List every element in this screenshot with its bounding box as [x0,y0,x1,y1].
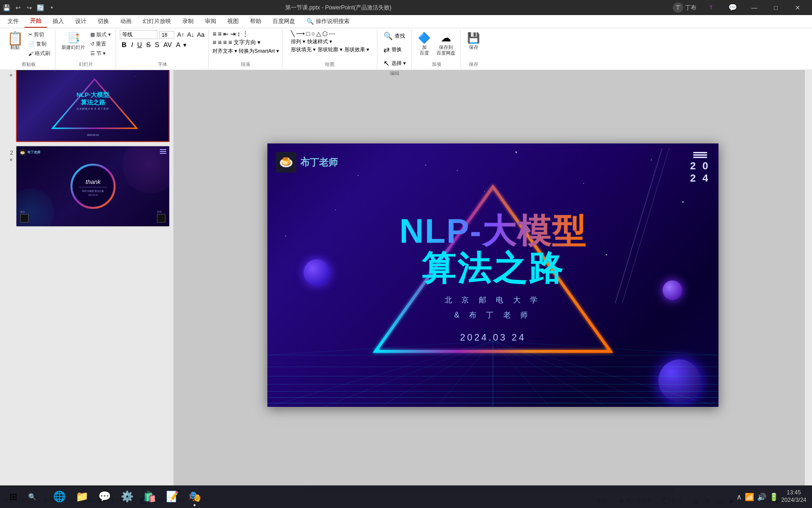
vertical-scrollbar[interactable]: ▲ ▼ [804,57,812,493]
tab-record[interactable]: 录制 [177,15,199,28]
shape-outline-button[interactable]: 形状轮廓 ▾ [318,46,343,53]
shape-fill-button[interactable]: 形状填充 ▾ [291,46,316,53]
font-name-input[interactable]: 等线 [120,30,157,39]
align-right-button[interactable]: ≡ [223,39,227,47]
shape-effects-button[interactable]: 形状效果 ▾ [344,46,369,53]
new-slide-button[interactable]: 📑 新建幻灯片 [59,30,87,52]
tab-search[interactable]: 🔍操作说明搜索 [301,15,355,28]
taskbar-edge[interactable]: 🌐 [49,486,70,507]
tab-transitions[interactable]: 切换 [92,15,115,28]
bullets-button[interactable]: ≡ [212,30,216,38]
maximize-button[interactable]: □ [765,0,787,15]
undo-icon[interactable]: ↩ [13,3,23,12]
bold-button[interactable]: B [120,40,128,49]
tab-home[interactable]: 开始 [24,15,47,28]
format-painter-button[interactable]: 🖌 格式刷 [26,49,52,58]
slide-thumb-2[interactable]: 2 ★ 🍮 布丁老师 [4,146,170,227]
teams-icon[interactable]: T [700,0,722,15]
align-center-button[interactable]: ≡ [218,39,221,47]
taskbar-explorer[interactable]: 📁 [71,486,92,507]
align-left-button[interactable]: ≡ [212,39,216,47]
convert-smartart-button[interactable]: 转换为SmartArt ▾ [239,48,279,55]
slide-thumb-1[interactable]: 1 ★ 🍮 布丁老师 [4,61,170,142]
close-button[interactable]: ✕ [787,0,808,15]
tray-battery[interactable]: 🔋 [769,492,779,501]
slide-panel[interactable]: 1 ★ 🍮 布丁老师 [0,57,174,493]
taskbar-store[interactable]: 🛍️ [139,486,160,507]
tab-review[interactable]: 审阅 [199,15,222,28]
shape-6[interactable]: ⬡ [322,30,328,37]
slide-thumbnail-2[interactable]: 🍮 布丁老师 [16,146,170,227]
auto-save-icon[interactable]: 🔄 [36,3,45,12]
tray-clock[interactable]: 13:45 2024/3/24 [781,489,806,504]
customize-icon[interactable]: ▾ [47,3,56,12]
layout-button[interactable]: ▦ 版式 ▾ [88,30,113,39]
shape-7[interactable]: ⋯ [329,30,335,37]
minimize-button[interactable]: — [743,0,765,15]
font-color-button[interactable]: A [174,40,181,49]
add-baidu-button[interactable]: 🔷 加百度 [415,30,433,57]
tab-animations[interactable]: 动画 [115,15,137,28]
main-slide[interactable]: 🍮 布丁老师 2 0 2 4 [267,143,718,407]
tab-insert[interactable]: 插入 [47,15,70,28]
numbering-button[interactable]: ≡ [218,30,221,38]
taskbar-notes[interactable]: 📝 [162,486,182,507]
canvas-area[interactable]: ▲ ▼ 🍮 [174,57,812,493]
char-spacing-button[interactable]: AV [162,40,173,49]
clear-format-button[interactable]: Aa [196,31,205,39]
replace-button[interactable]: ⇄替换 [381,44,404,56]
tab-help[interactable]: 帮助 [244,15,267,28]
reset-button[interactable]: ↺ 重置 [88,40,113,48]
redo-icon[interactable]: ↪ [24,3,34,12]
underline-button[interactable]: U [136,40,143,49]
year-line-2 [693,154,707,156]
shape-1[interactable]: ╲ [291,30,295,37]
columns-button[interactable]: ⋮ [242,30,249,38]
font-size-input[interactable]: 18 [159,31,174,39]
indent-less-button[interactable]: ⇤ [223,30,229,38]
shape-3[interactable]: □ [306,30,310,37]
save-baidu-button[interactable]: ☁ 保存到百度网盘 [434,30,458,57]
font-color-dropdown[interactable]: ▾ [183,41,187,48]
align-text-button[interactable]: 对齐文本 ▾ [212,48,237,55]
text-direction-button[interactable]: 文字方向 ▾ [234,39,260,47]
tab-file[interactable]: 文件 [2,15,24,28]
shape-2[interactable]: ⟶ [296,30,305,37]
section-button[interactable]: ☰ 节 ▾ [88,49,113,58]
windows-start-button[interactable]: ⊞ [6,489,21,504]
search-button[interactable]: 🔍 [24,489,39,504]
tab-slideshow[interactable]: 幻灯片放映 [137,15,177,28]
tray-speaker[interactable]: 🔊 [757,492,766,501]
tab-baidu[interactable]: 百度网盘 [267,15,301,28]
tab-design[interactable]: 设计 [70,15,92,28]
select-button[interactable]: ↖选择 ▾ [381,57,408,69]
font-size-down-button[interactable]: A↓ [186,31,195,39]
shape-5[interactable]: △ [316,30,321,37]
line-spacing-button[interactable]: ↕ [237,30,241,38]
slide-thumbnail-1[interactable]: 🍮 布丁老师 [16,61,170,142]
taskbar-wechat[interactable]: 💬 [94,486,115,507]
italic-button[interactable]: I [130,40,134,49]
paste-button[interactable]: 📋 粘贴 [5,30,25,52]
shape-4[interactable]: ○ [312,30,315,37]
strikethrough-button[interactable]: S [145,40,152,49]
taskbar-settings[interactable]: ⚙️ [117,486,137,507]
save-button[interactable]: 💾 保存 [465,30,483,52]
tray-chevron[interactable]: ∧ [736,492,742,501]
font-size-up-button[interactable]: A↑ [176,31,185,39]
tray-network[interactable]: 📶 [745,492,754,501]
quick-styles-button[interactable]: 快速样式 ▾ [307,38,332,45]
chat-icon[interactable]: 💬 [722,0,743,15]
addins-items: 🔷 加百度 ☁ 保存到百度网盘 [415,30,458,60]
justify-button[interactable]: ≡ [228,39,232,47]
tab-view[interactable]: 视图 [222,15,244,28]
find-button[interactable]: 🔍查找 [381,30,407,42]
shadow-button[interactable]: S [153,40,160,49]
slide-number-2: 2 [4,148,13,156]
indent-more-button[interactable]: ⇥ [230,30,236,38]
arrange-button[interactable]: 排列 ▾ [291,38,305,45]
copy-button[interactable]: 📄 复制 [26,40,52,48]
save-icon[interactable]: 💾 [2,3,11,12]
cut-button[interactable]: ✂ 剪切 [26,30,52,39]
taskbar-powerpoint[interactable]: 🎭 [184,486,205,507]
